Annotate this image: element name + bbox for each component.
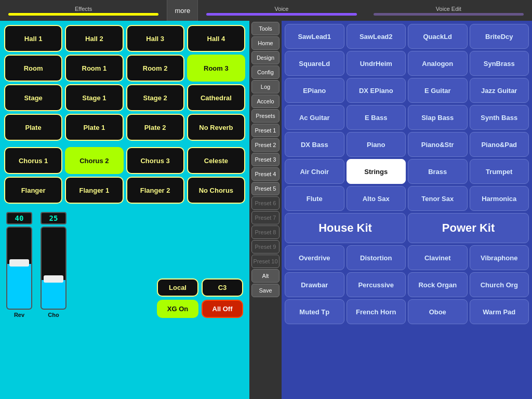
voice-btn-10-2[interactable]: Oboe <box>408 299 468 324</box>
chorus-btn-5[interactable]: Flanger 1 <box>65 177 123 204</box>
voice-btn-3-3[interactable]: Synth Bass <box>470 105 529 130</box>
voice-btn-10-3[interactable]: Warm Pad <box>470 299 529 324</box>
voice-btn-6-1[interactable]: Alto Sax <box>347 186 406 211</box>
bottom-controls: 40 Rev 25 Cho LocalC3XG OnAll Off <box>4 210 245 320</box>
ctrl-btn-2[interactable]: XG On <box>157 300 198 318</box>
sidebar-btn-4[interactable]: Log <box>251 80 280 94</box>
voice-row-9: DrawbarPercussiveRock OrganChurch Org <box>285 272 529 297</box>
voice-btn-6-3[interactable]: Harmonica <box>470 186 529 211</box>
voice-btn-2-1[interactable]: DX EPiano <box>347 78 406 103</box>
reverb-slider[interactable] <box>6 227 32 310</box>
voice-btn-9-2[interactable]: Rock Organ <box>408 272 468 297</box>
voice-btn-6-2[interactable]: Tenor Sax <box>408 186 468 211</box>
voice-btn-5-0[interactable]: Air Choir <box>285 159 344 184</box>
reverb-btn-12[interactable]: Plate <box>4 114 62 141</box>
chorus-btn-7[interactable]: No Chorus <box>187 177 245 204</box>
ctrl-btn-3[interactable]: All Off <box>202 300 243 318</box>
chorus-thumb[interactable] <box>44 275 63 283</box>
voice-btn-6-0[interactable]: Flute <box>285 186 344 211</box>
voice-btn-4-2[interactable]: Piano&Str <box>408 132 468 157</box>
reverb-btn-7[interactable]: Room 3 <box>187 55 245 82</box>
sidebar-btn-16: Preset 10 <box>251 255 280 268</box>
chorus-btn-0[interactable]: Chorus 1 <box>4 147 62 174</box>
voice-btn-7-0[interactable]: House Kit <box>285 213 406 243</box>
reverb-btn-11[interactable]: Cathedral <box>187 84 245 111</box>
voice-btn-4-1[interactable]: Piano <box>347 132 406 157</box>
voice-btn-4-0[interactable]: DX Bass <box>285 132 344 157</box>
voice-btn-5-2[interactable]: Brass <box>408 159 468 184</box>
reverb-btn-5[interactable]: Room 1 <box>65 55 123 82</box>
reverb-btn-9[interactable]: Stage 1 <box>65 84 123 111</box>
effects-tab[interactable]: Effects <box>0 0 167 21</box>
main-layout: Hall 1Hall 2Hall 3Hall 4RoomRoom 1Room 2… <box>0 21 532 399</box>
voice-progress <box>206 13 356 16</box>
reverb-btn-10[interactable]: Stage 2 <box>126 84 184 111</box>
sidebar-btn-0[interactable]: Tools <box>251 22 280 35</box>
chorus-slider-container: 25 Cho <box>41 212 66 318</box>
chorus-btn-1[interactable]: Chorus 2 <box>65 147 123 174</box>
chorus-slider[interactable] <box>41 227 66 310</box>
reverb-btn-3[interactable]: Hall 4 <box>187 25 245 52</box>
voice-btn-0-1[interactable]: SawLead2 <box>347 24 406 49</box>
sidebar-btn-1[interactable]: Home <box>251 36 280 50</box>
reverb-btn-0[interactable]: Hall 1 <box>4 25 62 52</box>
sidebar-btn-6[interactable]: Presets <box>251 109 280 123</box>
voice-btn-1-1[interactable]: UndrHeim <box>347 51 406 76</box>
chorus-btn-4[interactable]: Flanger <box>4 177 62 204</box>
voice-btn-8-1[interactable]: Distortion <box>347 245 406 270</box>
voice-btn-1-2[interactable]: Analogon <box>408 51 468 76</box>
voice-btn-4-3[interactable]: Piano&Pad <box>470 132 529 157</box>
voice-btn-5-3[interactable]: Trumpet <box>470 159 529 184</box>
voice-btn-9-0[interactable]: Drawbar <box>285 272 344 297</box>
voice-btn-8-0[interactable]: Overdrive <box>285 245 344 270</box>
sidebar-btn-10[interactable]: Preset 4 <box>251 167 280 181</box>
voice-btn-2-2[interactable]: E Guitar <box>408 78 468 103</box>
voice-edit-tab[interactable]: Voice Edit <box>365 0 532 21</box>
reverb-btn-13[interactable]: Plate 1 <box>65 114 123 141</box>
voice-btn-10-1[interactable]: French Horn <box>347 299 406 324</box>
chorus-btn-3[interactable]: Celeste <box>187 147 245 174</box>
voice-btn-1-0[interactable]: SquareLd <box>285 51 344 76</box>
voice-tab[interactable]: Voice <box>198 0 365 21</box>
voice-btn-5-1[interactable]: Strings <box>347 159 406 184</box>
voice-btn-2-3[interactable]: Jazz Guitar <box>470 78 529 103</box>
sidebar-btn-17[interactable]: Alt <box>251 269 280 283</box>
more-button[interactable]: more <box>167 0 198 21</box>
sidebar-btn-3[interactable]: Config <box>251 65 280 79</box>
reverb-btn-1[interactable]: Hall 2 <box>65 25 123 52</box>
ctrl-btn-1[interactable]: C3 <box>202 278 243 297</box>
voice-btn-8-2[interactable]: Clavinet <box>408 245 468 270</box>
sidebar-btn-5[interactable]: Accelo <box>251 95 280 108</box>
voice-btn-0-3[interactable]: BriteDcy <box>470 24 529 49</box>
sidebar-btn-8[interactable]: Preset 2 <box>251 138 280 152</box>
voice-btn-3-1[interactable]: E Bass <box>347 105 406 130</box>
ctrl-btn-0[interactable]: Local <box>157 278 198 297</box>
sidebar-btn-11[interactable]: Preset 5 <box>251 182 280 195</box>
voice-btn-8-3[interactable]: Vibraphone <box>470 245 529 270</box>
reverb-btn-8[interactable]: Stage <box>4 84 62 111</box>
sidebar-btn-18[interactable]: Save <box>251 284 280 297</box>
voice-btn-10-0[interactable]: Muted Tp <box>285 299 344 324</box>
sidebar-btn-9[interactable]: Preset 3 <box>251 153 280 166</box>
voice-btn-0-2[interactable]: QuackLd <box>408 24 468 49</box>
voice-btn-1-3[interactable]: SynBrass <box>470 51 529 76</box>
chorus-btn-6[interactable]: Flanger 2 <box>126 177 184 204</box>
voice-btn-3-2[interactable]: Slap Bass <box>408 105 468 130</box>
voice-btn-7-1[interactable]: Power Kit <box>408 213 529 243</box>
voice-btn-9-1[interactable]: Percussive <box>347 272 406 297</box>
voice-panel: SawLead1SawLead2QuackLdBriteDcySquareLdU… <box>282 21 532 399</box>
reverb-btn-2[interactable]: Hall 3 <box>126 25 184 52</box>
reverb-btn-6[interactable]: Room 2 <box>126 55 184 82</box>
voice-btn-0-0[interactable]: SawLead1 <box>285 24 344 49</box>
reverb-btn-15[interactable]: No Reverb <box>187 114 245 141</box>
reverb-thumb[interactable] <box>9 259 29 267</box>
chorus-section: Chorus 1Chorus 2Chorus 3CelesteFlangerFl… <box>4 147 245 204</box>
reverb-btn-14[interactable]: Plate 2 <box>126 114 184 141</box>
voice-btn-9-3[interactable]: Church Org <box>470 272 529 297</box>
sidebar-btn-2[interactable]: Design <box>251 51 280 64</box>
voice-btn-2-0[interactable]: EPiano <box>285 78 344 103</box>
sidebar-btn-7[interactable]: Preset 1 <box>251 124 280 137</box>
reverb-btn-4[interactable]: Room <box>4 55 62 82</box>
voice-btn-3-0[interactable]: Ac Guitar <box>285 105 344 130</box>
chorus-btn-2[interactable]: Chorus 3 <box>126 147 184 174</box>
